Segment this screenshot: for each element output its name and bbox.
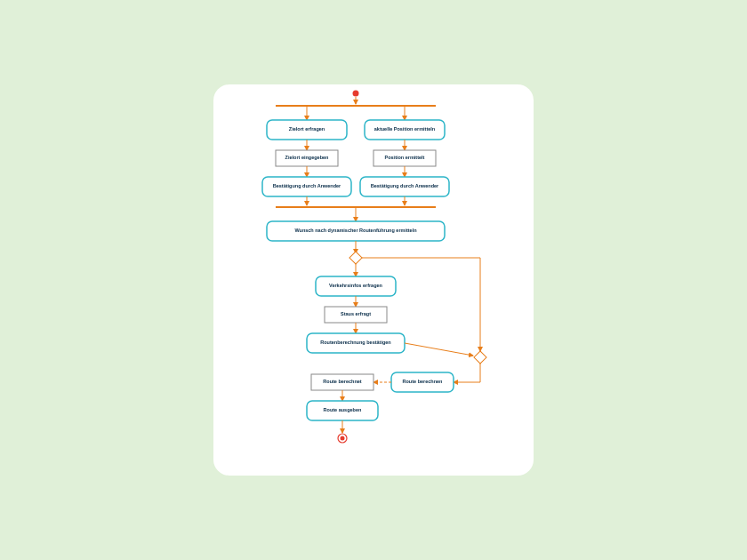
- label: Bestätigung durch Anwender: [273, 183, 341, 188]
- edge: [454, 364, 480, 382]
- label: aktuelle Position ermitteln: [374, 126, 436, 132]
- label: Route berechnet: [323, 379, 362, 384]
- diagram-card: Zielort erfragen aktuelle Position ermit…: [213, 84, 534, 476]
- label: Position ermittelt: [385, 155, 425, 160]
- label: Routenberechnung bestätigen: [320, 340, 391, 345]
- final-node-dot: [341, 436, 345, 441]
- activity-diagram: Zielort erfragen aktuelle Position ermit…: [213, 84, 534, 476]
- decision-node-icon: [349, 252, 362, 264]
- label: Route ausgeben: [324, 407, 362, 412]
- label: Zielort erfragen: [289, 126, 325, 132]
- edge: [405, 343, 473, 356]
- label: Zielort eingegeben: [285, 155, 330, 160]
- label: Staus erfragt: [341, 311, 371, 316]
- initial-node-icon: [353, 91, 359, 97]
- label: Verkehrsinfos erfragen: [329, 283, 383, 288]
- label: Wunsch nach dynamischer Routenführung er…: [294, 228, 417, 233]
- merge-node-icon: [474, 351, 486, 364]
- label: Route berechnen: [403, 379, 444, 384]
- label: Bestätigung durch Anwender: [371, 183, 439, 188]
